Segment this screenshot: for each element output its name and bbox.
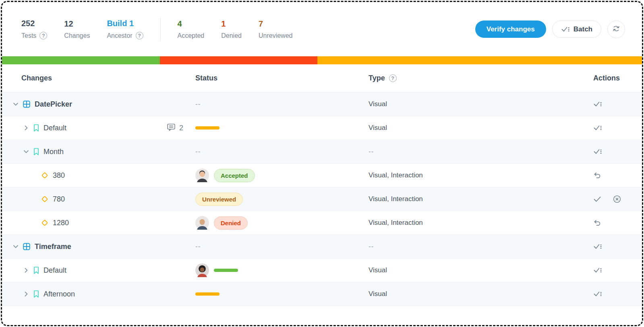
table-row-timeframe-afternoon[interactable]: Afternoon Visual bbox=[2, 282, 642, 306]
chevron-down-icon[interactable] bbox=[12, 243, 19, 250]
status-badge: Unreviewed bbox=[195, 193, 243, 206]
progress-segment-accepted bbox=[2, 56, 160, 64]
column-header-status: Status bbox=[195, 74, 369, 82]
table-row-datepicker-month[interactable]: Month -- -- bbox=[2, 140, 642, 164]
stat-tests-value: 252 bbox=[21, 19, 47, 28]
batch-button[interactable]: Batch bbox=[552, 21, 601, 38]
status-badge: Denied bbox=[214, 216, 248, 230]
row-name: 380 bbox=[53, 171, 65, 180]
status-bar-unreviewed bbox=[195, 126, 219, 130]
row-name: Afternoon bbox=[43, 290, 75, 298]
undo-icon[interactable] bbox=[593, 219, 601, 226]
status-placeholder: -- bbox=[195, 100, 201, 108]
chevron-right-icon[interactable] bbox=[23, 125, 29, 131]
row-name: DatePicker bbox=[35, 100, 72, 109]
refresh-button[interactable] bbox=[607, 21, 625, 38]
row-name: Timeframe bbox=[35, 243, 71, 251]
type-placeholder: -- bbox=[369, 243, 374, 250]
stat-tests: 252 Tests? bbox=[21, 19, 47, 39]
undo-icon[interactable] bbox=[593, 172, 601, 179]
type-value: Visual bbox=[369, 266, 387, 274]
comments-indicator[interactable]: 2 bbox=[167, 123, 195, 133]
status-badge: Accepted bbox=[214, 169, 255, 182]
status-bar-unreviewed bbox=[195, 292, 219, 296]
table-row-viewport-380[interactable]: 380 Accepted Visual, Interaction bbox=[2, 164, 642, 187]
stat-changes-value: 12 bbox=[64, 19, 90, 29]
type-value: Visual bbox=[369, 124, 387, 132]
help-icon[interactable]: ? bbox=[39, 32, 47, 39]
column-header-changes: Changes bbox=[2, 74, 195, 82]
viewport-diamond-icon bbox=[41, 171, 49, 179]
batch-check-list-icon bbox=[561, 26, 570, 33]
type-value: Visual bbox=[369, 290, 387, 298]
accept-all-icon[interactable] bbox=[593, 124, 602, 132]
stat-unreviewed-value: 7 bbox=[259, 19, 292, 29]
type-value: Visual, Interaction bbox=[369, 195, 423, 203]
batch-button-label: Batch bbox=[574, 25, 592, 33]
bookmark-icon bbox=[33, 290, 39, 298]
stat-ancestor-label: Ancestor bbox=[107, 32, 132, 39]
table-row-datepicker-default[interactable]: Default 2 Visual bbox=[2, 116, 642, 140]
reviewer-avatar bbox=[195, 216, 209, 230]
help-icon[interactable]: ? bbox=[389, 74, 397, 82]
accept-all-icon[interactable] bbox=[593, 267, 602, 274]
row-name: 1280 bbox=[53, 219, 69, 227]
accept-all-icon[interactable] bbox=[593, 148, 602, 155]
stat-ancestor: Build 1 Ancestor? bbox=[107, 19, 143, 39]
status-bar-accepted bbox=[214, 269, 238, 272]
stat-accepted-label: Accepted bbox=[178, 32, 205, 39]
reviewer-avatar bbox=[195, 263, 209, 277]
stat-changes-label: Changes bbox=[64, 32, 90, 39]
accept-all-icon[interactable] bbox=[593, 101, 602, 108]
row-name: Default bbox=[43, 266, 66, 275]
stat-accepted: 4 Accepted bbox=[178, 19, 205, 39]
comment-icon bbox=[167, 123, 176, 133]
column-header-actions: Actions bbox=[574, 74, 642, 82]
build-header: 252 Tests? 12 Changes Build 1 Ancestor? … bbox=[2, 2, 642, 56]
row-name: Default bbox=[43, 124, 66, 132]
stat-changes: 12 Changes bbox=[64, 19, 90, 39]
build-review-panel: 252 Tests? 12 Changes Build 1 Ancestor? … bbox=[1, 1, 643, 326]
stat-denied: 1 Denied bbox=[221, 19, 242, 39]
accept-all-icon[interactable] bbox=[593, 243, 602, 250]
review-progress-bar bbox=[2, 56, 642, 64]
type-value: Visual, Interaction bbox=[369, 171, 423, 179]
accept-icon[interactable] bbox=[593, 196, 601, 202]
bookmark-icon bbox=[33, 266, 39, 274]
chevron-right-icon[interactable] bbox=[23, 267, 29, 274]
progress-segment-denied bbox=[160, 56, 317, 64]
stat-denied-label: Denied bbox=[221, 32, 242, 39]
table-row-timeframe[interactable]: Timeframe -- -- bbox=[2, 235, 642, 259]
row-name: Month bbox=[43, 148, 64, 156]
chevron-right-icon[interactable] bbox=[23, 291, 29, 297]
stat-unreviewed-label: Unreviewed bbox=[259, 32, 292, 39]
progress-segment-unreviewed bbox=[317, 56, 642, 64]
table-header: Changes Status Type? Actions bbox=[2, 64, 642, 93]
status-placeholder: -- bbox=[195, 148, 201, 156]
table-row-timeframe-default[interactable]: Default Visual bbox=[2, 259, 642, 282]
row-name: 780 bbox=[53, 195, 65, 204]
component-grid-icon bbox=[23, 100, 31, 108]
viewport-diamond-icon bbox=[41, 219, 49, 227]
chevron-down-icon[interactable] bbox=[23, 148, 29, 155]
refresh-icon bbox=[612, 25, 620, 34]
component-grid-icon bbox=[23, 243, 31, 251]
accept-all-icon[interactable] bbox=[593, 290, 602, 298]
chevron-down-icon[interactable] bbox=[12, 101, 19, 107]
comment-count: 2 bbox=[179, 124, 183, 132]
table-row-viewport-1280[interactable]: 1280 Denied Visual, Interaction bbox=[2, 211, 642, 235]
header-buttons: Verify changes Batch bbox=[475, 21, 625, 38]
help-icon[interactable]: ? bbox=[136, 32, 143, 39]
type-placeholder: -- bbox=[369, 148, 374, 155]
verify-changes-button[interactable]: Verify changes bbox=[475, 21, 546, 38]
reviewer-avatar bbox=[195, 169, 209, 182]
table-row-datepicker[interactable]: DatePicker -- Visual bbox=[2, 93, 642, 116]
stat-accepted-value: 4 bbox=[178, 19, 205, 29]
viewport-diamond-icon bbox=[41, 195, 49, 203]
column-header-type: Type bbox=[369, 74, 385, 82]
stats-divider bbox=[160, 18, 161, 41]
table-row-viewport-780[interactable]: 780 Unreviewed Visual, Interaction bbox=[2, 187, 642, 211]
ancestor-build-link[interactable]: Build 1 bbox=[107, 19, 143, 28]
bookmark-icon bbox=[33, 124, 39, 132]
deny-icon[interactable] bbox=[613, 195, 621, 204]
